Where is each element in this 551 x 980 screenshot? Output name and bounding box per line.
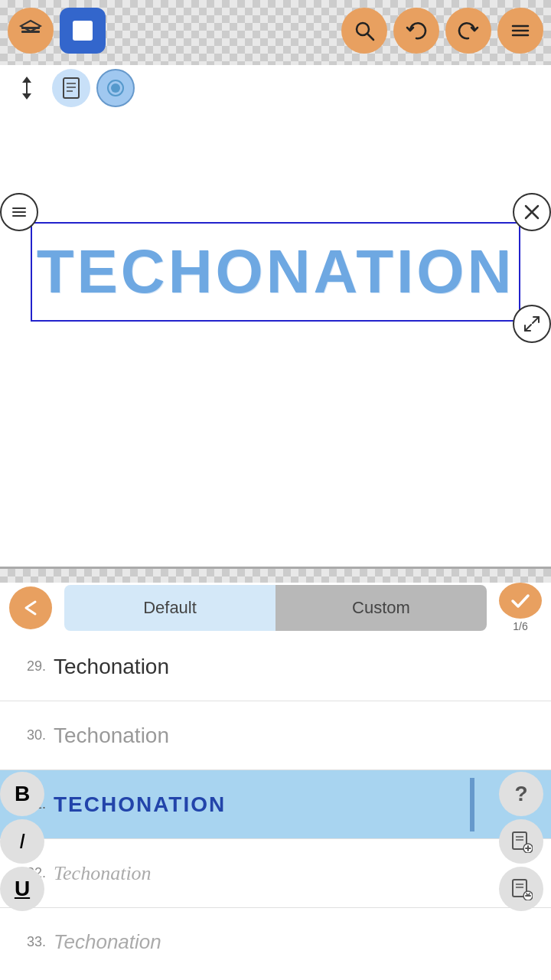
tab-custom-label: Custom <box>352 598 410 618</box>
svg-point-15 <box>111 83 120 93</box>
help-button[interactable]: ? <box>499 772 543 816</box>
svg-line-22 <box>525 325 531 331</box>
second-toolbar <box>0 65 551 111</box>
selection-bar <box>470 778 474 831</box>
font-name-32: Techonation <box>54 862 543 885</box>
document-settings-icon <box>510 877 533 900</box>
shape-button[interactable] <box>60 8 106 54</box>
tabs-row: Default Custom 1/6 <box>0 583 551 632</box>
search-icon <box>354 20 375 41</box>
canvas-resize-button[interactable] <box>513 305 551 343</box>
confirm-button[interactable] <box>499 583 542 619</box>
svg-marker-2 <box>21 21 41 31</box>
top-toolbar <box>0 0 551 61</box>
back-button[interactable] <box>9 586 52 629</box>
circle-option-button[interactable] <box>96 69 135 107</box>
font-number-30: 30. <box>8 727 54 743</box>
svg-line-21 <box>533 317 539 323</box>
underline-label: U <box>15 877 30 901</box>
page-indicator: 1/6 <box>513 620 527 632</box>
resize-icon <box>522 314 542 334</box>
canvas-menu-button[interactable] <box>0 193 38 231</box>
menu-circle-icon <box>9 202 29 222</box>
layers-button[interactable] <box>8 8 54 54</box>
font-name-33: Techonation <box>54 930 543 954</box>
redo-icon <box>458 20 479 41</box>
font-row-33[interactable]: 33. Techonation <box>0 908 551 954</box>
white-canvas <box>0 69 551 574</box>
text-element[interactable]: TECHONATION <box>31 222 520 322</box>
tabs-container: Default Custom <box>64 585 487 631</box>
back-arrow-icon <box>20 597 41 619</box>
svg-rect-3 <box>73 21 93 41</box>
font-row-31[interactable]: 31. TECHONATION <box>0 770 551 839</box>
canvas-text: TECHONATION <box>37 237 515 307</box>
underline-button[interactable]: U <box>0 867 44 911</box>
search-button[interactable] <box>341 8 387 54</box>
document-button[interactable] <box>52 69 90 107</box>
radio-circle-icon <box>106 78 126 98</box>
font-row-30[interactable]: 30. Techonation <box>0 701 551 770</box>
document-icon <box>61 77 81 100</box>
svg-rect-10 <box>64 78 79 98</box>
italic-label: I <box>19 829 25 854</box>
tab-custom[interactable]: Custom <box>276 585 487 631</box>
add-document-icon <box>510 830 533 853</box>
resize-arrows-button[interactable] <box>8 69 46 107</box>
undo-button[interactable] <box>393 8 439 54</box>
page-settings-button[interactable] <box>499 867 543 911</box>
font-name-30: Techonation <box>54 724 543 748</box>
vertical-arrows-icon <box>17 75 37 101</box>
square-icon <box>69 17 96 44</box>
hamburger-icon <box>510 20 531 41</box>
svg-line-5 <box>367 34 373 40</box>
layers-icon <box>19 19 42 42</box>
italic-button[interactable]: I <box>0 819 44 864</box>
menu-button[interactable] <box>497 8 543 54</box>
font-list[interactable]: 29. Techonation 30. Techonation 31. TECH… <box>0 632 551 954</box>
back-button-container <box>0 583 61 632</box>
bold-label: B <box>15 782 30 806</box>
left-side-buttons: B I U <box>0 772 52 911</box>
right-side-buttons: ? <box>499 772 551 911</box>
font-name-29: Techonation <box>54 655 543 679</box>
question-mark-icon: ? <box>514 782 527 806</box>
font-row-32[interactable]: 32. Techonation <box>0 839 551 908</box>
bold-button[interactable]: B <box>0 772 44 816</box>
panel-checker-border <box>0 569 551 583</box>
close-icon <box>523 203 541 221</box>
tab-default-label: Default <box>143 598 197 618</box>
checkmark-icon <box>509 590 532 612</box>
undo-icon <box>406 20 427 41</box>
font-number-33: 33. <box>8 934 54 950</box>
bottom-panel: Default Custom 1/6 29. Techonation 30. T… <box>0 567 551 980</box>
font-number-29: 29. <box>8 658 54 675</box>
confirm-button-container: 1/6 <box>490 583 551 632</box>
redo-button[interactable] <box>445 8 491 54</box>
font-row-29[interactable]: 29. Techonation <box>0 632 551 701</box>
tab-default[interactable]: Default <box>64 585 276 631</box>
canvas-close-button[interactable] <box>513 193 551 231</box>
add-page-button[interactable] <box>499 819 543 864</box>
